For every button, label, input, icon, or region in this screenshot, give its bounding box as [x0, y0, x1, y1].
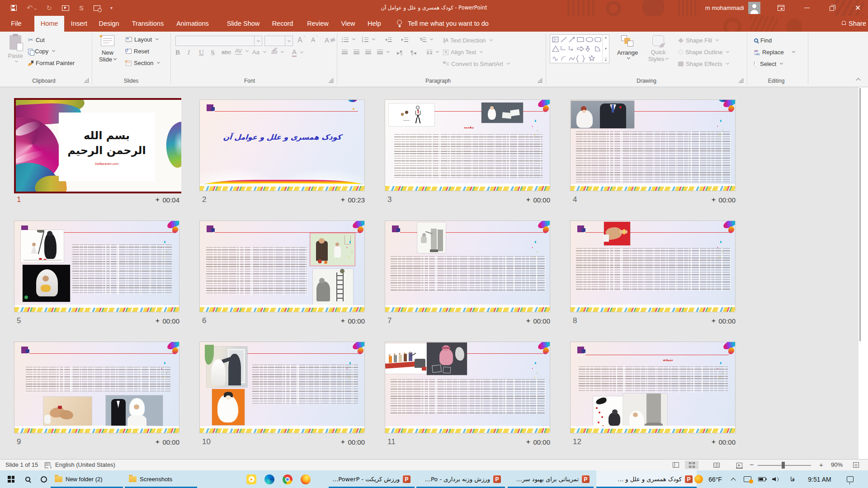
- reset-button[interactable]: ↺Reset: [126, 48, 149, 55]
- clear-formatting-button[interactable]: A: [325, 36, 335, 44]
- close-button[interactable]: ✕: [848, 0, 868, 16]
- rtl-direction-button[interactable]: ¶◂: [410, 50, 416, 56]
- slide-thumbnail-3[interactable]: مقدمه: [385, 99, 550, 191]
- ribbon-display-options-icon[interactable]: [771, 0, 791, 16]
- strikethrough-button[interactable]: abc: [222, 49, 231, 56]
- find-button[interactable]: Find: [754, 37, 772, 44]
- collapse-ribbon-icon[interactable]: [856, 78, 861, 83]
- grow-font-button[interactable]: Aˆ: [297, 36, 306, 44]
- slide-thumbnail-10[interactable]: [199, 342, 365, 433]
- slide-thumbnail-8[interactable]: [570, 221, 736, 312]
- align-right-button[interactable]: [365, 50, 371, 54]
- spellcheck-icon[interactable]: [41, 461, 54, 469]
- action-center-icon[interactable]: [842, 470, 858, 488]
- slideshow-from-start-icon[interactable]: [62, 5, 69, 11]
- qat-customize-icon[interactable]: ▾: [110, 5, 113, 10]
- tab-view[interactable]: View: [341, 16, 355, 32]
- decrease-indent-button[interactable]: [385, 37, 392, 42]
- slide-thumbnail-4[interactable]: [570, 99, 736, 191]
- select-button[interactable]: Select: [754, 61, 783, 67]
- zoom-out-button[interactable]: −: [750, 460, 754, 470]
- paste-button[interactable]: Paste: [5, 35, 25, 63]
- justify-button[interactable]: [377, 50, 389, 54]
- shape-effects-button[interactable]: Shape Effects: [678, 61, 729, 67]
- slide-thumbnail-5[interactable]: [14, 221, 179, 312]
- rehearse-timings-icon[interactable]: [94, 5, 100, 11]
- s-icon[interactable]: S: [79, 4, 84, 12]
- tab-animations[interactable]: Animations: [176, 16, 209, 32]
- tab-design[interactable]: Design: [99, 16, 119, 32]
- weather-icon[interactable]: [693, 470, 704, 488]
- restore-button[interactable]: [821, 0, 842, 16]
- paragraph-launcher-icon[interactable]: [538, 78, 542, 83]
- taskbar-window-weightlifting[interactable]: Pورزش وزنه برداری - Po…: [416, 470, 505, 488]
- start-button[interactable]: [3, 470, 19, 488]
- character-spacing-button[interactable]: AV: [235, 48, 248, 55]
- avatar[interactable]: [748, 2, 760, 14]
- align-text-button[interactable]: ⇅Align Text: [443, 49, 482, 56]
- volume-icon[interactable]: [769, 470, 782, 488]
- new-slide-button[interactable]: ✦ New Slide: [96, 35, 119, 63]
- copy-button[interactable]: Copy: [28, 48, 55, 55]
- section-button[interactable]: ✦Section: [126, 60, 160, 66]
- columns-button[interactable]: [427, 50, 439, 54]
- account-name[interactable]: m mohammadi: [705, 0, 744, 16]
- slide-thumbnail-12[interactable]: نتیجه: [570, 342, 736, 433]
- shadow-button[interactable]: S: [211, 49, 214, 56]
- shape-fill-button[interactable]: Shape Fill: [678, 37, 718, 44]
- bullets-button[interactable]: [342, 37, 355, 42]
- numbering-button[interactable]: 123: [362, 37, 375, 42]
- italic-button[interactable]: I: [188, 49, 190, 56]
- slide-thumbnail-2[interactable]: کودک همسری و علل و عوامل آن: [199, 99, 365, 191]
- clock[interactable]: 9:51 AM: [804, 470, 835, 488]
- underline-button[interactable]: U: [199, 49, 204, 56]
- language-indicator[interactable]: فا: [786, 470, 799, 488]
- change-case-button[interactable]: Aa: [252, 49, 266, 56]
- tab-record[interactable]: Record: [272, 16, 293, 32]
- vertical-scrollbar[interactable]: [859, 87, 868, 459]
- tab-insert[interactable]: Insert: [71, 16, 87, 32]
- media-player-icon[interactable]: [243, 470, 259, 488]
- shrink-font-button[interactable]: Aˇ: [311, 36, 319, 43]
- slide-thumbnail-11[interactable]: [385, 342, 550, 433]
- redo-icon[interactable]: ↻: [46, 4, 52, 12]
- share-button[interactable]: Share: [849, 16, 866, 32]
- font-launcher-icon[interactable]: [329, 78, 333, 83]
- zoom-in-button[interactable]: +: [819, 460, 823, 470]
- highlight-button[interactable]: ab: [271, 49, 283, 55]
- tab-file[interactable]: File: [11, 16, 21, 32]
- taskbar-window-screenshots[interactable]: Screenshots: [125, 470, 197, 488]
- display-project-icon[interactable]: [741, 470, 754, 488]
- taskbar-window-child-marriage[interactable]: Pکودک همسری و علل و …: [596, 470, 697, 488]
- increase-indent-button[interactable]: [401, 37, 408, 42]
- shape-outline-button[interactable]: Shape Outline: [678, 49, 729, 56]
- font-size-select[interactable]: [264, 36, 293, 46]
- arrange-button[interactable]: Arrange: [614, 35, 641, 60]
- slide-thumbnail-6[interactable]: [199, 221, 365, 312]
- drawing-launcher-icon[interactable]: [739, 78, 743, 83]
- font-name-select[interactable]: [175, 36, 262, 46]
- edge-icon[interactable]: [261, 470, 278, 488]
- tell-me-box[interactable]: Tell me what you want to do: [408, 16, 489, 32]
- language-label[interactable]: English (United States): [55, 460, 115, 470]
- tab-transitions[interactable]: Transitions: [132, 16, 164, 32]
- fit-to-window-icon[interactable]: [849, 461, 863, 469]
- text-direction-button[interactable]: ∥AText Direction: [443, 37, 492, 44]
- line-spacing-button[interactable]: ⇅: [420, 37, 433, 42]
- taskbar-window-exercises[interactable]: Pتمریناتی برای بهبود سر…: [508, 470, 594, 488]
- align-center-button[interactable]: [354, 50, 359, 54]
- battery-icon[interactable]: [755, 470, 769, 488]
- slide-thumbnail-9[interactable]: [14, 342, 179, 433]
- bold-button[interactable]: B: [175, 49, 180, 56]
- format-painter-button[interactable]: Format Painter: [28, 60, 75, 66]
- slide-thumbnail-1[interactable]: بسم الله الرحمن الرحیم DelBaraneh.com: [14, 98, 181, 193]
- layout-button[interactable]: Layout: [126, 36, 158, 43]
- cortana-icon[interactable]: [36, 470, 52, 488]
- save-icon[interactable]: [11, 5, 17, 11]
- align-left-button[interactable]: [342, 50, 348, 54]
- taskbar-window-new-folder[interactable]: New folder (2): [51, 470, 123, 488]
- tab-help[interactable]: Help: [368, 16, 381, 32]
- undo-icon[interactable]: ↶: [27, 4, 36, 12]
- temperature-label[interactable]: 66°F: [705, 470, 725, 488]
- clipboard-launcher-icon[interactable]: [84, 78, 89, 83]
